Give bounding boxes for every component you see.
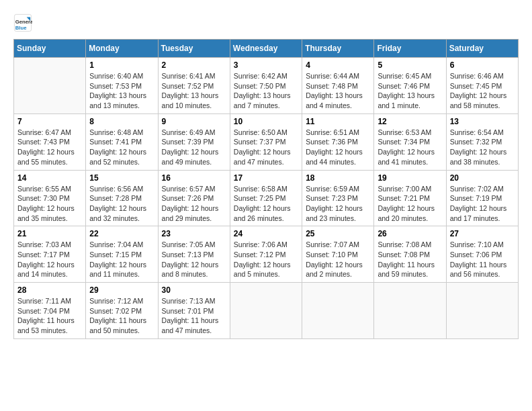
- day-number: 16: [162, 173, 226, 183]
- calendar-cell: 15Sunrise: 6:56 AM Sunset: 7:28 PM Dayli…: [86, 170, 158, 226]
- calendar-cell: 8Sunrise: 6:48 AM Sunset: 7:41 PM Daylig…: [86, 113, 158, 170]
- day-number: 1: [89, 60, 154, 70]
- calendar-cell: 24Sunrise: 7:06 AM Sunset: 7:12 PM Dayli…: [230, 226, 302, 283]
- day-info: Sunrise: 7:02 AM Sunset: 7:19 PM Dayligh…: [450, 184, 515, 224]
- column-header-saturday: Saturday: [446, 40, 518, 58]
- day-number: 5: [378, 60, 442, 70]
- week-row-2: 7Sunrise: 6:47 AM Sunset: 7:43 PM Daylig…: [14, 113, 519, 170]
- calendar-cell: 23Sunrise: 7:05 AM Sunset: 7:13 PM Dayli…: [158, 226, 230, 283]
- day-info: Sunrise: 6:44 AM Sunset: 7:48 PM Dayligh…: [306, 71, 370, 111]
- day-info: Sunrise: 6:53 AM Sunset: 7:34 PM Dayligh…: [378, 128, 442, 167]
- day-number: 19: [378, 173, 442, 183]
- calendar-cell: 30Sunrise: 7:13 AM Sunset: 7:01 PM Dayli…: [158, 283, 230, 339]
- day-number: 9: [162, 117, 226, 126]
- day-info: Sunrise: 7:05 AM Sunset: 7:13 PM Dayligh…: [162, 240, 226, 279]
- calendar-cell: 2Sunrise: 6:41 AM Sunset: 7:52 PM Daylig…: [158, 58, 230, 114]
- day-info: Sunrise: 6:59 AM Sunset: 7:23 PM Dayligh…: [306, 184, 370, 224]
- day-info: Sunrise: 6:47 AM Sunset: 7:43 PM Dayligh…: [17, 128, 82, 167]
- column-header-sunday: Sunday: [14, 40, 86, 58]
- calendar-cell: 7Sunrise: 6:47 AM Sunset: 7:43 PM Daylig…: [14, 113, 86, 170]
- calendar-cell: 9Sunrise: 6:49 AM Sunset: 7:39 PM Daylig…: [158, 113, 230, 170]
- calendar-cell: [374, 283, 446, 339]
- calendar-cell: 12Sunrise: 6:53 AM Sunset: 7:34 PM Dayli…: [374, 113, 446, 170]
- day-info: Sunrise: 7:04 AM Sunset: 7:15 PM Dayligh…: [89, 240, 154, 279]
- calendar-cell: 19Sunrise: 7:00 AM Sunset: 7:21 PM Dayli…: [374, 170, 446, 226]
- calendar-cell: 5Sunrise: 6:45 AM Sunset: 7:46 PM Daylig…: [374, 58, 446, 114]
- day-number: 25: [306, 229, 370, 238]
- day-info: Sunrise: 6:55 AM Sunset: 7:30 PM Dayligh…: [17, 184, 82, 224]
- day-number: 10: [234, 117, 298, 126]
- day-info: Sunrise: 6:45 AM Sunset: 7:46 PM Dayligh…: [378, 71, 442, 111]
- day-number: 3: [234, 60, 298, 70]
- day-info: Sunrise: 6:41 AM Sunset: 7:52 PM Dayligh…: [162, 71, 226, 111]
- day-number: 2: [162, 60, 226, 70]
- day-number: 21: [17, 229, 82, 238]
- column-header-tuesday: Tuesday: [158, 40, 230, 58]
- calendar-header-row: SundayMondayTuesdayWednesdayThursdayFrid…: [14, 40, 519, 58]
- day-info: Sunrise: 7:11 AM Sunset: 7:04 PM Dayligh…: [17, 296, 82, 336]
- week-row-3: 14Sunrise: 6:55 AM Sunset: 7:30 PM Dayli…: [14, 170, 519, 226]
- calendar-cell: 26Sunrise: 7:08 AM Sunset: 7:08 PM Dayli…: [374, 226, 446, 283]
- day-number: 15: [89, 173, 154, 183]
- calendar-cell: [14, 58, 86, 114]
- day-info: Sunrise: 6:49 AM Sunset: 7:39 PM Dayligh…: [162, 128, 226, 167]
- calendar-cell: 1Sunrise: 6:40 AM Sunset: 7:53 PM Daylig…: [86, 58, 158, 114]
- day-number: 24: [234, 229, 298, 238]
- calendar-cell: 21Sunrise: 7:03 AM Sunset: 7:17 PM Dayli…: [14, 226, 86, 283]
- calendar-cell: 29Sunrise: 7:12 AM Sunset: 7:02 PM Dayli…: [86, 283, 158, 339]
- day-number: 23: [162, 229, 226, 238]
- column-header-thursday: Thursday: [302, 40, 374, 58]
- day-number: 28: [17, 285, 82, 295]
- calendar-cell: 25Sunrise: 7:07 AM Sunset: 7:10 PM Dayli…: [302, 226, 374, 283]
- day-number: 20: [450, 173, 515, 183]
- column-header-monday: Monday: [86, 40, 158, 58]
- week-row-1: 1Sunrise: 6:40 AM Sunset: 7:53 PM Daylig…: [14, 58, 519, 114]
- day-info: Sunrise: 7:13 AM Sunset: 7:01 PM Dayligh…: [162, 296, 226, 336]
- page-header: General Blue: [13, 13, 519, 32]
- svg-text:Blue: Blue: [15, 25, 27, 31]
- day-info: Sunrise: 6:58 AM Sunset: 7:25 PM Dayligh…: [234, 184, 298, 224]
- calendar-cell: 18Sunrise: 6:59 AM Sunset: 7:23 PM Dayli…: [302, 170, 374, 226]
- calendar-cell: 10Sunrise: 6:50 AM Sunset: 7:37 PM Dayli…: [230, 113, 302, 170]
- day-number: 27: [450, 229, 515, 238]
- logo-icon: General Blue: [13, 13, 32, 32]
- calendar-cell: [446, 283, 518, 339]
- day-info: Sunrise: 6:40 AM Sunset: 7:53 PM Dayligh…: [89, 71, 154, 111]
- day-info: Sunrise: 6:51 AM Sunset: 7:36 PM Dayligh…: [306, 128, 370, 167]
- week-row-5: 28Sunrise: 7:11 AM Sunset: 7:04 PM Dayli…: [14, 283, 519, 339]
- calendar-cell: 20Sunrise: 7:02 AM Sunset: 7:19 PM Dayli…: [446, 170, 518, 226]
- day-info: Sunrise: 7:08 AM Sunset: 7:08 PM Dayligh…: [378, 240, 442, 279]
- calendar-cell: 17Sunrise: 6:58 AM Sunset: 7:25 PM Dayli…: [230, 170, 302, 226]
- calendar-cell: 4Sunrise: 6:44 AM Sunset: 7:48 PM Daylig…: [302, 58, 374, 114]
- calendar-cell: 11Sunrise: 6:51 AM Sunset: 7:36 PM Dayli…: [302, 113, 374, 170]
- week-row-4: 21Sunrise: 7:03 AM Sunset: 7:17 PM Dayli…: [14, 226, 519, 283]
- day-info: Sunrise: 7:10 AM Sunset: 7:06 PM Dayligh…: [450, 240, 515, 279]
- calendar-cell: [230, 283, 302, 339]
- calendar-cell: 3Sunrise: 6:42 AM Sunset: 7:50 PM Daylig…: [230, 58, 302, 114]
- day-number: 29: [89, 285, 154, 295]
- calendar-cell: 22Sunrise: 7:04 AM Sunset: 7:15 PM Dayli…: [86, 226, 158, 283]
- day-info: Sunrise: 6:56 AM Sunset: 7:28 PM Dayligh…: [89, 184, 154, 224]
- day-info: Sunrise: 6:50 AM Sunset: 7:37 PM Dayligh…: [234, 128, 298, 167]
- day-info: Sunrise: 7:12 AM Sunset: 7:02 PM Dayligh…: [89, 296, 154, 336]
- day-number: 22: [89, 229, 154, 238]
- column-header-wednesday: Wednesday: [230, 40, 302, 58]
- day-number: 13: [450, 117, 515, 126]
- calendar-cell: [302, 283, 374, 339]
- day-info: Sunrise: 7:06 AM Sunset: 7:12 PM Dayligh…: [234, 240, 298, 279]
- day-number: 18: [306, 173, 370, 183]
- day-info: Sunrise: 6:57 AM Sunset: 7:26 PM Dayligh…: [162, 184, 226, 224]
- day-info: Sunrise: 6:54 AM Sunset: 7:32 PM Dayligh…: [450, 128, 515, 167]
- day-number: 4: [306, 60, 370, 70]
- column-header-friday: Friday: [374, 40, 446, 58]
- calendar-cell: 27Sunrise: 7:10 AM Sunset: 7:06 PM Dayli…: [446, 226, 518, 283]
- calendar-cell: 6Sunrise: 6:46 AM Sunset: 7:45 PM Daylig…: [446, 58, 518, 114]
- day-number: 12: [378, 117, 442, 126]
- calendar-cell: 28Sunrise: 7:11 AM Sunset: 7:04 PM Dayli…: [14, 283, 86, 339]
- day-number: 6: [450, 60, 515, 70]
- calendar-table: SundayMondayTuesdayWednesdayThursdayFrid…: [13, 39, 519, 339]
- day-info: Sunrise: 6:48 AM Sunset: 7:41 PM Dayligh…: [89, 128, 154, 167]
- day-info: Sunrise: 7:00 AM Sunset: 7:21 PM Dayligh…: [378, 184, 442, 224]
- day-number: 26: [378, 229, 442, 238]
- day-info: Sunrise: 6:42 AM Sunset: 7:50 PM Dayligh…: [234, 71, 298, 111]
